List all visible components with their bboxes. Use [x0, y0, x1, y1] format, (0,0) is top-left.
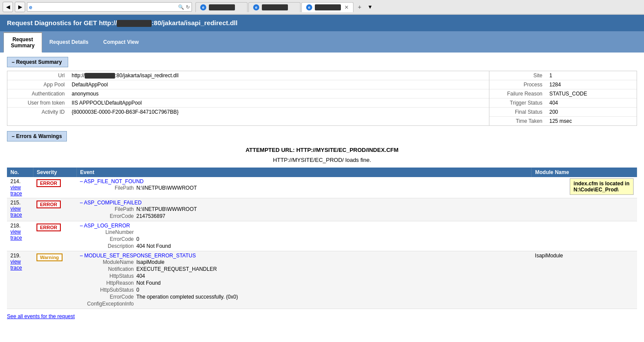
- col-event: Event: [76, 168, 532, 177]
- browser-toolbar: ◀ ▶ e N:\Inetpub\logs\FailedReqLogFiles\…: [0, 0, 644, 14]
- cell-severity-218: ERROR: [33, 221, 76, 251]
- table-row: 219. view trace Warning – MODULE_SET_RES…: [7, 251, 637, 309]
- forward-button[interactable]: ▶: [15, 2, 25, 12]
- severity-badge-214: ERROR: [36, 179, 61, 187]
- view-link-218[interactable]: view: [10, 229, 30, 235]
- summary-row-failure-reason: Failure Reason STATUS_CODE: [489, 89, 637, 99]
- severity-badge-218: ERROR: [36, 224, 61, 231]
- cell-no-219: 219. view trace: [7, 251, 33, 309]
- detail-215-errorcode: ErrorCode 2147536897: [80, 213, 528, 220]
- callout-box: index.cfm is located in N:\Code\EC_Prod\: [570, 178, 634, 195]
- value-url: http://:80/jakarta/isapi_redirect.dll: [68, 71, 489, 80]
- summary-row-trigger-status: Trigger Status 404: [489, 99, 637, 108]
- table-row: 214. view trace ERROR – ASP_FILE_NOT_FOU…: [7, 177, 637, 198]
- severity-badge-219: Warning: [36, 253, 63, 261]
- errors-warnings-header[interactable]: – Errors & Warnings: [7, 131, 67, 141]
- label-activityid: Activity ID: [7, 108, 68, 116]
- value-failure-reason: STATUS_CODE: [546, 89, 637, 98]
- tab-bar: RequestSummary Request Details Compact V…: [0, 31, 644, 53]
- cell-severity-214: ERROR: [33, 177, 76, 198]
- see-all-events-link[interactable]: See all events for the request: [7, 312, 75, 321]
- detail-215-filepath: FilePath N:\INETPUB\WWWROOT: [80, 206, 528, 213]
- summary-row-time-taken: Time Taken 125 msec: [489, 117, 637, 125]
- cell-event-215: – ASP_COMPILE_FAILED FilePath N:\INETPUB…: [76, 198, 532, 221]
- detail-219-modulename: ModuleName IsapiModule: [80, 259, 528, 266]
- request-summary-table: Url http://:80/jakarta/isapi_redirect.dl…: [7, 71, 637, 126]
- tab-request-summary[interactable]: RequestSummary: [3, 32, 42, 53]
- event-link-215[interactable]: – ASP_COMPILE_FAILED: [80, 200, 142, 206]
- label-process: Process: [489, 80, 546, 89]
- detail-219-httpsubstatus: HttpSubStatus 0: [80, 286, 528, 293]
- trace-link-215[interactable]: trace: [10, 212, 30, 218]
- main-content: – Request Summary Url http://:80/jakarta…: [0, 53, 644, 328]
- tab-close-3[interactable]: ✕: [344, 4, 349, 10]
- request-summary-header[interactable]: – Request Summary: [7, 57, 68, 67]
- col-module: Module Name: [532, 168, 637, 177]
- detail-214-filepath: FilePath N:\INETPUB\WWWROOT: [80, 184, 528, 191]
- summary-row-auth: Authentication anonymous: [7, 89, 489, 99]
- summary-left: Url http://:80/jakarta/isapi_redirect.dl…: [7, 71, 489, 125]
- summary-row-usertoken: User from token IIS APPPOOL\DefaultAppPo…: [7, 99, 489, 108]
- cell-event-214: – ASP_FILE_NOT_FOUND FilePath N:\INETPUB…: [76, 177, 532, 198]
- detail-218-linenumber: LineNumber: [80, 229, 528, 236]
- label-url: Url: [7, 71, 68, 80]
- errors-warnings-section: – Errors & Warnings ATTEMPTED URL: HTTP:…: [7, 131, 637, 324]
- cell-event-218: – ASP_LOG_ERROR LineNumber ErrorCode 0 D…: [76, 221, 532, 251]
- tab-compact-view[interactable]: Compact View: [96, 31, 146, 53]
- tab-label-2: [262, 4, 288, 10]
- cell-module-219: IsapiModule: [532, 251, 637, 309]
- summary-row-apppool: App Pool DefaultAppPool: [7, 80, 489, 89]
- back-button[interactable]: ◀: [3, 2, 13, 12]
- cell-severity-215: ERROR: [33, 198, 76, 221]
- ie-tab-icon-3: e: [306, 4, 312, 10]
- value-usertoken: IIS APPPOOL\DefaultAppPool: [68, 99, 489, 107]
- trace-link-219[interactable]: trace: [10, 265, 30, 271]
- table-header-row: No. Severity Event Module Name: [7, 168, 637, 177]
- severity-badge-215: ERROR: [36, 201, 61, 208]
- new-tab-button[interactable]: +: [354, 2, 365, 12]
- browser-chrome: ◀ ▶ e N:\Inetpub\logs\FailedReqLogFiles\…: [0, 0, 644, 15]
- view-link-215[interactable]: view: [10, 206, 30, 212]
- trace-link-218[interactable]: trace: [10, 235, 30, 241]
- col-severity: Severity: [33, 168, 76, 177]
- value-activityid: {8000003E-0000-F200-B63F-84710C7967BB}: [68, 108, 489, 116]
- detail-218-description: Description 404 Not Found: [80, 243, 528, 250]
- view-link-214[interactable]: view: [10, 184, 30, 191]
- summary-row-url: Url http://:80/jakarta/isapi_redirect.dl…: [7, 71, 489, 80]
- value-final-status: 200: [546, 108, 637, 116]
- browser-tab-1[interactable]: e: [195, 2, 248, 12]
- value-trigger-status: 404: [546, 99, 637, 107]
- summary-row-process: Process 1284: [489, 80, 637, 89]
- event-link-214[interactable]: – ASP_FILE_NOT_FOUND: [80, 178, 144, 184]
- label-final-status: Final Status: [489, 108, 546, 116]
- detail-219-errorcode: ErrorCode The operation completed succes…: [80, 293, 528, 300]
- cell-module-214: index.cfm is located in N:\Code\EC_Prod\: [532, 177, 637, 198]
- detail-219-notification: Notification EXECUTE_REQUEST_HANDLER: [80, 266, 528, 273]
- cell-no-214: 214. view trace: [7, 177, 33, 198]
- cell-no-218: 218. view trace: [7, 221, 33, 251]
- trace-link-214[interactable]: trace: [10, 191, 30, 197]
- tab-list-arrow[interactable]: ▼: [367, 4, 373, 10]
- browser-tab-3[interactable]: e ✕: [301, 2, 353, 12]
- event-link-218[interactable]: – ASP_LOG_ERROR: [80, 223, 130, 229]
- detail-219-httpstatus: HttpStatus 404: [80, 273, 528, 280]
- cell-module-218: [532, 221, 637, 251]
- attempted-url: ATTEMPTED URL: HTTP://MYSITE/EC_PROD/IND…: [7, 145, 637, 154]
- ie-tab-icon-2: e: [253, 4, 259, 10]
- label-auth: Authentication: [7, 89, 68, 98]
- event-link-219[interactable]: – MODULE_SET_RESPONSE_ERROR_STATUS: [80, 253, 196, 259]
- address-input[interactable]: N:\Inetpub\logs\FailedReqLogFiles\W3SVC1…: [34, 4, 176, 10]
- refresh-icon[interactable]: ↻: [186, 4, 190, 10]
- cell-event-219: – MODULE_SET_RESPONSE_ERROR_STATUS Modul…: [76, 251, 532, 309]
- label-time-taken: Time Taken: [489, 117, 546, 125]
- address-bar: e N:\Inetpub\logs\FailedReqLogFiles\W3SV…: [27, 2, 192, 12]
- detail-218-errorcode: ErrorCode 0: [80, 236, 528, 243]
- value-auth: anonymous: [68, 89, 489, 98]
- table-row: 215. view trace ERROR – ASP_COMPILE_FAIL…: [7, 198, 637, 221]
- search-icon: 🔍: [178, 4, 184, 10]
- summary-row-final-status: Final Status 200: [489, 108, 637, 117]
- tab-request-details[interactable]: Request Details: [42, 31, 96, 53]
- view-link-219[interactable]: view: [10, 259, 30, 265]
- label-failure-reason: Failure Reason: [489, 89, 546, 98]
- browser-tab-2[interactable]: e: [248, 2, 301, 12]
